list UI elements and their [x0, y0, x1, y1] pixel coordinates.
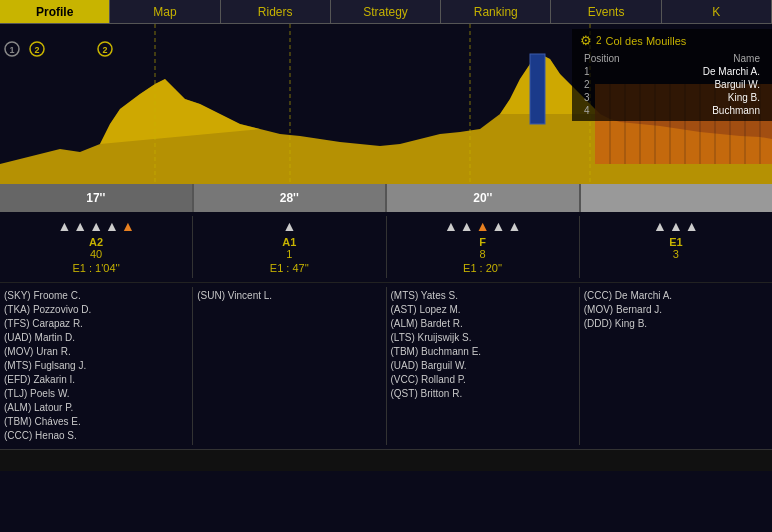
location-marker: 2	[596, 35, 602, 46]
rider-name: (TKA) Pozzovivo D.	[4, 303, 188, 317]
svg-text:1: 1	[9, 45, 14, 55]
gap-time-2: E1 : 47''	[270, 262, 309, 274]
nav-tabs: Profile Map Riders Strategy Ranking Even…	[0, 0, 772, 24]
tab-map[interactable]: Map	[110, 0, 220, 23]
tab-k[interactable]: K	[662, 0, 772, 23]
rider-name: (CCC) De Marchi A.	[584, 289, 768, 303]
rider-col-3: (MTS) Yates S. (AST) Lopez M. (ALM) Bard…	[387, 287, 579, 445]
group-code-3: F	[479, 236, 486, 248]
time-seg-4	[581, 184, 773, 212]
gap-time-3: E1 : 20''	[463, 262, 502, 274]
rider-icon: ▲	[507, 218, 521, 234]
rider-name: (TBM) Buchmann E.	[391, 345, 575, 359]
rider-name: (CCC) Henao S.	[4, 429, 188, 443]
group-num-2: 1	[286, 248, 292, 260]
group-icons-2: ▲	[282, 218, 296, 234]
rider-icon: ▲	[669, 218, 683, 234]
rider-name: (QST) Britton R.	[391, 387, 575, 401]
rank-pos-2: 2	[580, 78, 654, 91]
time-bar: 17'' 28'' 20''	[0, 184, 772, 212]
time-seg-3: 20''	[387, 184, 581, 212]
groups-area: ▲ ▲ ▲ ▲ ▲ A2 40 E1 : 1'04'' ▲ A1 1 E1 : …	[0, 212, 772, 283]
rider-icon: ▲	[121, 218, 135, 234]
status-bar	[0, 449, 772, 471]
svg-text:2: 2	[34, 45, 39, 55]
tab-strategy[interactable]: Strategy	[331, 0, 441, 23]
rider-name: (MOV) Bernard J.	[584, 303, 768, 317]
rankings-table: Position Name 1 De Marchi A. 2 Barguil W…	[580, 52, 764, 117]
table-row: 4 Buchmann	[580, 104, 764, 117]
group-code-2: A1	[282, 236, 296, 248]
rider-icon: ▲	[492, 218, 506, 234]
rank-pos-1: 1	[580, 65, 654, 78]
rider-name: (EFD) Zakarin I.	[4, 373, 188, 387]
rank-name-2: Barguil W.	[654, 78, 764, 91]
rider-name: (AST) Lopez M.	[391, 303, 575, 317]
rider-name: (DDD) King B.	[584, 317, 768, 331]
rider-name: (TBM) Cháves E.	[4, 415, 188, 429]
rider-icon: ▲	[653, 218, 667, 234]
riders-area: (SKY) Froome C. (TKA) Pozzovivo D. (TFS)…	[0, 283, 772, 449]
rider-name: (SUN) Vincent L.	[197, 289, 381, 303]
rank-name-1: De Marchi A.	[654, 65, 764, 78]
time-seg-1: 17''	[0, 184, 194, 212]
tab-profile[interactable]: Profile	[0, 0, 110, 23]
rider-name: (TFS) Carapaz R.	[4, 317, 188, 331]
gap-time-1: E1 : 1'04''	[72, 262, 119, 274]
group-col-2: ▲ A1 1 E1 : 47''	[193, 216, 385, 278]
rider-icon: ▲	[73, 218, 87, 234]
location-name: Col des Mouilles	[606, 35, 687, 47]
profile-map: 1 2 2 ⚙ 2 Col des Mouilles Position Name…	[0, 24, 772, 184]
group-col-3: ▲ ▲ ▲ ▲ ▲ F 8 E1 : 20''	[387, 216, 579, 278]
rider-icon: ▲	[105, 218, 119, 234]
group-icons-1: ▲ ▲ ▲ ▲ ▲	[57, 218, 134, 234]
rider-name: (MTS) Fuglsang J.	[4, 359, 188, 373]
rider-name: (MTS) Yates S.	[391, 289, 575, 303]
tab-events[interactable]: Events	[551, 0, 661, 23]
table-row: 1 De Marchi A.	[580, 65, 764, 78]
rider-icon: ▲	[57, 218, 71, 234]
rider-name: (VCC) Rolland P.	[391, 373, 575, 387]
group-col-4: ▲ ▲ ▲ E1 3	[580, 216, 772, 278]
gear-icon: ⚙	[580, 33, 592, 48]
rider-col-1: (SKY) Froome C. (TKA) Pozzovivo D. (TFS)…	[0, 287, 192, 445]
group-col-1: ▲ ▲ ▲ ▲ ▲ A2 40 E1 : 1'04''	[0, 216, 192, 278]
rider-icon: ▲	[476, 218, 490, 234]
group-icons-3: ▲ ▲ ▲ ▲ ▲	[444, 218, 521, 234]
rider-name: (SKY) Froome C.	[4, 289, 188, 303]
rider-name: (TLJ) Poels W.	[4, 387, 188, 401]
location-row: ⚙ 2 Col des Mouilles	[580, 33, 764, 48]
rider-icon: ▲	[444, 218, 458, 234]
info-panel: ⚙ 2 Col des Mouilles Position Name 1 De …	[572, 29, 772, 121]
rider-name: (UAD) Barguil W.	[391, 359, 575, 373]
rider-col-2: (SUN) Vincent L.	[193, 287, 385, 445]
rank-pos-3: 3	[580, 91, 654, 104]
rider-icon: ▲	[460, 218, 474, 234]
rank-pos-4: 4	[580, 104, 654, 117]
rider-icon: ▲	[282, 218, 296, 234]
rider-name: (LTS) Kruijswijk S.	[391, 331, 575, 345]
tab-ranking[interactable]: Ranking	[441, 0, 551, 23]
rider-name: (MOV) Uran R.	[4, 345, 188, 359]
group-code-1: A2	[89, 236, 103, 248]
group-icons-4: ▲ ▲ ▲	[653, 218, 699, 234]
rider-name: (ALM) Bardet R.	[391, 317, 575, 331]
time-seg-2: 28''	[194, 184, 388, 212]
table-row: 3 King B.	[580, 91, 764, 104]
group-code-4: E1	[669, 236, 682, 248]
rider-icon: ▲	[685, 218, 699, 234]
rank-name-4: Buchmann	[654, 104, 764, 117]
rider-col-4: (CCC) De Marchi A. (MOV) Bernard J. (DDD…	[580, 287, 772, 445]
col-name: Name	[654, 52, 764, 65]
rider-icon: ▲	[89, 218, 103, 234]
tab-riders[interactable]: Riders	[221, 0, 331, 23]
rider-name: (ALM) Latour P.	[4, 401, 188, 415]
svg-text:2: 2	[102, 45, 107, 55]
rank-name-3: King B.	[654, 91, 764, 104]
group-num-4: 3	[673, 248, 679, 260]
group-num-3: 8	[480, 248, 486, 260]
svg-rect-4	[530, 54, 545, 124]
table-row: 2 Barguil W.	[580, 78, 764, 91]
group-num-1: 40	[90, 248, 102, 260]
col-position: Position	[580, 52, 654, 65]
